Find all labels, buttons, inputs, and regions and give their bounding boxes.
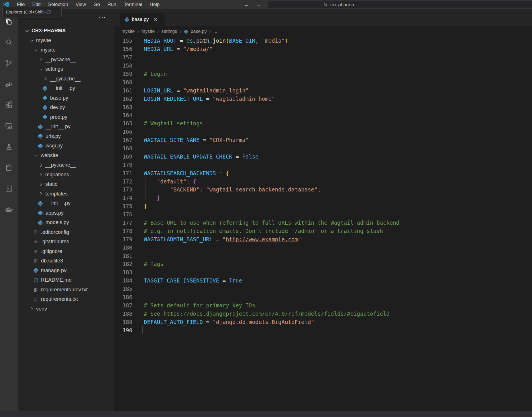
code-line-161[interactable]: 161LOGIN_URL = "wagtailadmin_login" (114, 86, 532, 94)
tree-item-mysite[interactable]: mysite (18, 36, 114, 46)
remote-explorer-icon[interactable] (0, 115, 18, 136)
command-center-search[interactable]: crx-pharma (268, 1, 532, 8)
breadcrumb-item[interactable]: settings (161, 29, 177, 34)
indent-guide (146, 177, 146, 202)
code-editor[interactable]: 155MEDIA_ROOT = os.path.join(BASE_DIR, "… (114, 37, 532, 417)
code-line-174[interactable]: 174 } (114, 194, 532, 202)
code-line-171[interactable]: 171WAGTAILSEARCH_BACKENDS = { (114, 169, 532, 177)
menu-view[interactable]: View (72, 0, 90, 9)
chevron-right-icon (39, 192, 42, 195)
tree-item-templates[interactable]: templates (18, 189, 114, 199)
code-line-165[interactable]: 165# Wagtail settings (114, 119, 532, 128)
tree-item-__init__.py[interactable]: __init__.py (18, 122, 114, 132)
code-line-157[interactable]: 157 (114, 53, 532, 62)
tree-item-label: static (45, 181, 57, 187)
tree-item-__init__.py[interactable]: __init__.py (18, 199, 114, 208)
tree-item-migrations[interactable]: migrations (18, 170, 114, 180)
more-actions-icon[interactable]: ⋯ (99, 13, 106, 21)
menu-help[interactable]: Help (146, 0, 163, 9)
tree-item-manage.py[interactable]: manage.py (18, 266, 114, 276)
breadcrumb-item[interactable]: mysite (142, 29, 155, 34)
notebook-icon[interactable] (0, 157, 18, 178)
code-line-178[interactable]: 178# e.g. in notification emails. Don't … (114, 227, 532, 235)
code-line-185[interactable]: 185 (114, 285, 532, 293)
extensions-icon[interactable] (0, 94, 18, 115)
breadcrumb-item[interactable]: mysite (121, 29, 135, 34)
code-line-189[interactable]: 189DEFAULT_AUTO_FIELD = "django.db.model… (114, 318, 532, 326)
menu-run[interactable]: Run (104, 0, 120, 9)
code-line-173[interactable]: 173 "BACKEND": "wagtail.search.backends.… (114, 185, 532, 194)
breadcrumb-item[interactable]: ... (213, 29, 217, 34)
navigate-forward-icon[interactable]: → (256, 1, 261, 8)
code-line-164[interactable]: 164 (114, 111, 532, 119)
tree-item-website[interactable]: website (18, 151, 114, 161)
tree-item-base.py[interactable]: base.py (18, 93, 114, 103)
code-line-176[interactable]: 176 (114, 210, 532, 219)
run-debug-icon[interactable] (0, 74, 18, 94)
code-line-169[interactable]: 169WAGTAIL_ENABLE_UPDATE_CHECK = False (114, 152, 532, 161)
tree-item-requirements.txt[interactable]: requirements.txt (18, 295, 114, 304)
tree-item-urls.py[interactable]: urls.py (18, 132, 114, 141)
line-number: 167 (114, 137, 132, 143)
terminal-icon[interactable] (0, 178, 18, 199)
tree-item-apps.py[interactable]: apps.py (18, 208, 114, 218)
docker-icon[interactable] (0, 199, 18, 220)
code-line-179[interactable]: 179WAGTAILADMIN_BASE_URL = "http://www.e… (114, 235, 532, 243)
tree-item-prod.py[interactable]: prod.py (18, 112, 114, 122)
code-line-190[interactable]: 190 (114, 326, 532, 334)
line-number: 170 (114, 162, 132, 168)
code-line-188[interactable]: 188# See https://docs.djangoproject.com/… (114, 309, 532, 318)
code-line-175[interactable]: 175} (114, 202, 532, 210)
code-line-186[interactable]: 186 (114, 293, 532, 301)
menu-terminal[interactable]: Terminal (120, 0, 146, 9)
source-control-icon[interactable] (0, 53, 18, 74)
navigate-back-icon[interactable]: ← (244, 1, 249, 8)
line-number: 168 (114, 145, 132, 151)
code-line-183[interactable]: 183 (114, 268, 532, 276)
tree-item-.gitattributes[interactable]: .gitattributes (18, 237, 114, 247)
tree-item-dev.py[interactable]: dev.py (18, 103, 114, 112)
tree-item-wsgi.py[interactable]: wsgi.py (18, 141, 114, 151)
code-line-158[interactable]: 158 (114, 62, 532, 70)
tree-item-venv[interactable]: venv (18, 304, 114, 314)
code-line-177[interactable]: 177# Base URL to use when referring to f… (114, 219, 532, 227)
tree-item-README.md[interactable]: README.md (18, 275, 114, 285)
tree-item-CRX-PHARMA[interactable]: CRX-PHARMA (18, 26, 114, 36)
tree-item-db.sqlite3[interactable]: db.sqlite3 (18, 256, 114, 266)
breadcrumb-item[interactable]: base.py (191, 29, 207, 34)
chevron-down-icon (30, 38, 33, 41)
tree-item-__pycache__[interactable]: __pycache__ (18, 74, 114, 84)
code-line-180[interactable]: 180 (114, 243, 532, 252)
tab-base-py[interactable]: base.py ✕ (120, 13, 165, 26)
code-line-170[interactable]: 170 (114, 161, 532, 169)
tree-item-settings[interactable]: settings (18, 64, 114, 74)
tree-item-__pycache__[interactable]: __pycache__ (18, 55, 114, 65)
code-line-187[interactable]: 187# Sets default for primary key IDs (114, 301, 532, 310)
code-line-184[interactable]: 184TAGGIT_CASE_INSENSITIVE = True (114, 276, 532, 285)
code-line-162[interactable]: 162LOGIN_REDIRECT_URL = "wagtailadmin_ho… (114, 94, 532, 103)
code-line-163[interactable]: 163 (114, 103, 532, 111)
tree-item-.editorconfig[interactable]: .editorconfig (18, 228, 114, 237)
code-line-182[interactable]: 182# Tags (114, 260, 532, 268)
tree-item-.gitignore[interactable]: .gitignore (18, 247, 114, 256)
code-line-181[interactable]: 181 (114, 252, 532, 260)
tree-item-label: models.py (46, 220, 69, 226)
code-line-156[interactable]: 156MEDIA_URL = "/media/" (114, 45, 532, 53)
code-line-168[interactable]: 168 (114, 144, 532, 153)
code-line-155[interactable]: 155MEDIA_ROOT = os.path.join(BASE_DIR, "… (114, 37, 532, 45)
code-line-160[interactable]: 160 (114, 78, 532, 86)
code-line-167[interactable]: 167WAGTAIL_SITE_NAME = "CRX-Pharma" (114, 136, 532, 144)
code-line-159[interactable]: 159# Login (114, 70, 532, 78)
tab-close-icon[interactable]: ✕ (154, 17, 158, 22)
search-icon[interactable] (0, 32, 18, 53)
code-line-172[interactable]: 172 "default": { (114, 177, 532, 185)
tree-item-static[interactable]: static (18, 179, 114, 189)
tree-item-requirements-dev.txt[interactable]: requirements-dev.txt (18, 285, 114, 295)
tree-item-mysite[interactable]: mysite (18, 45, 114, 55)
tree-item-models.py[interactable]: models.py (18, 218, 114, 228)
testing-icon[interactable] (0, 136, 18, 157)
menu-go[interactable]: Go (90, 0, 104, 9)
tree-item-__pycache__[interactable]: __pycache__ (18, 160, 114, 170)
tree-item-__init__.py[interactable]: __init__.py (18, 84, 114, 93)
code-line-166[interactable]: 166 (114, 128, 532, 136)
